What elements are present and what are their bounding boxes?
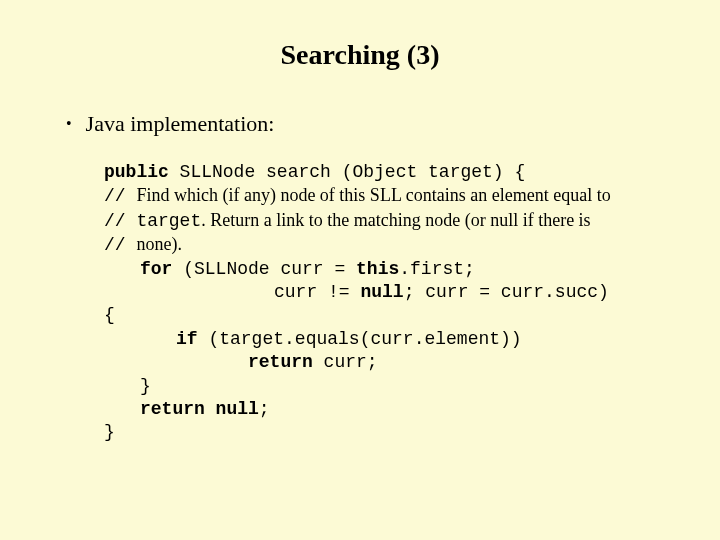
- kw-null: null: [360, 282, 403, 302]
- code-text: (SLLNode curr =: [172, 259, 356, 279]
- comment-slashes: //: [104, 235, 136, 255]
- code-line-8: if (target.equals(curr.element)): [176, 328, 670, 351]
- code-line-7: {: [104, 304, 670, 327]
- kw-for: for: [140, 259, 172, 279]
- code-line-5: for (SLLNode curr = this.first;: [140, 258, 670, 281]
- code-line-1: public SLLNode search (Object target) {: [104, 161, 670, 184]
- code-text: ; curr = curr.succ): [404, 282, 609, 302]
- slide: Searching (3) • Java implementation: pub…: [0, 0, 720, 540]
- comment-slashes: //: [104, 186, 136, 206]
- code-line-10: }: [140, 375, 670, 398]
- kw-if: if: [176, 329, 198, 349]
- code-text: (target.equals(curr.element)): [198, 329, 522, 349]
- code-block: public SLLNode search (Object target) { …: [104, 161, 670, 445]
- bullet-item: • Java implementation:: [66, 111, 670, 137]
- kw-null: null: [205, 399, 259, 419]
- slide-title: Searching (3): [50, 39, 670, 71]
- kw-this: this: [356, 259, 399, 279]
- kw-return: return: [248, 352, 313, 372]
- code-line-12: }: [104, 421, 670, 444]
- code-line-2: // Find which (if any) node of this SLL …: [104, 184, 670, 208]
- code-text: ;: [259, 399, 270, 419]
- comment-text: none).: [136, 234, 181, 254]
- code-line-3: // target. Return a link to the matching…: [104, 209, 670, 233]
- comment-slashes: //: [104, 211, 136, 231]
- code-text: curr !=: [274, 282, 360, 302]
- code-text: .first;: [399, 259, 475, 279]
- comment-text: Find which (if any) node of this SLL con…: [136, 185, 610, 205]
- code-line-6: curr != null; curr = curr.succ): [104, 281, 670, 304]
- kw-return: return: [140, 399, 205, 419]
- code-line-11: return null;: [140, 398, 670, 421]
- bullet-text: Java implementation:: [86, 111, 275, 137]
- code-text: SLLNode search (Object target) {: [169, 162, 525, 182]
- kw-public: public: [104, 162, 169, 182]
- code-line-9: return curr;: [248, 351, 670, 374]
- comment-code-word: target: [136, 211, 201, 231]
- comment-text: . Return a link to the matching node (or…: [201, 210, 590, 230]
- code-line-4: // none).: [104, 233, 670, 257]
- bullet-dot-icon: •: [66, 116, 72, 132]
- code-text: curr;: [313, 352, 378, 372]
